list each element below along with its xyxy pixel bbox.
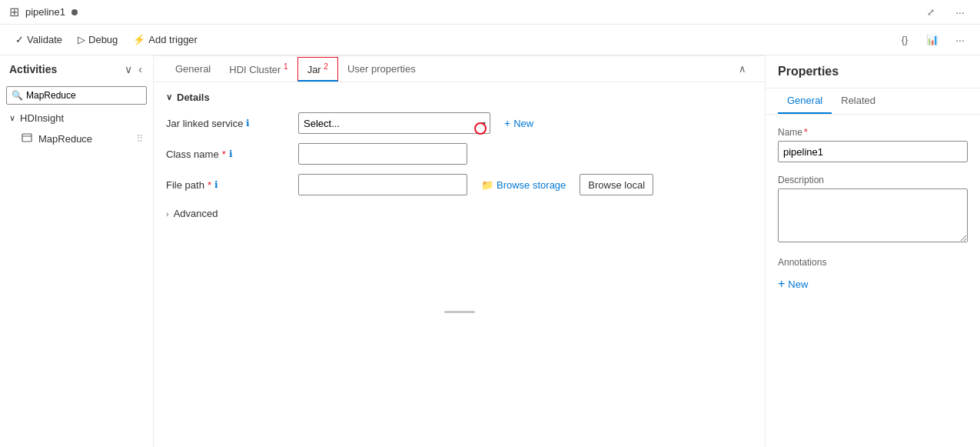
class-name-info-icon[interactable]: ℹ	[229, 148, 233, 159]
tab-general[interactable]: General	[166, 57, 220, 81]
properties-tabs: General Related	[766, 88, 980, 115]
code-view-button[interactable]: {}	[894, 29, 915, 51]
sidebar-header: Activities ∨ ‹	[0, 55, 153, 83]
add-trigger-button[interactable]: ⚡ Add trigger	[127, 31, 204, 48]
sidebar-title: Activities	[9, 63, 57, 75]
sidebar-item-mapreduce[interactable]: MapReduce ⠿	[3, 128, 150, 149]
sidebar-header-actions: ∨ ‹	[123, 62, 144, 77]
file-path-label: File path * ℹ	[166, 179, 289, 191]
toolbar: ✓ Validate ▷ Debug ⚡ Add trigger {} 📊 ··…	[0, 25, 980, 55]
properties-title: Properties	[766, 55, 980, 88]
properties-panel: Properties General Related Name * Descri…	[765, 55, 980, 447]
tab-user-properties[interactable]: User properties	[338, 57, 425, 81]
debug-button[interactable]: ▷ Debug	[71, 31, 124, 48]
more-options-toolbar-button[interactable]: ···	[949, 29, 971, 51]
prop-tab-related[interactable]: Related	[832, 88, 885, 114]
play-icon: ▷	[78, 34, 85, 45]
file-path-input[interactable]	[298, 174, 467, 195]
search-input[interactable]	[26, 90, 141, 101]
annotations-label: Annotations	[778, 257, 968, 268]
tabs-bar: General HDI Cluster 1 Jar 2 User propert…	[154, 56, 765, 82]
toolbar-right: {} 📊 ···	[894, 29, 971, 51]
center-area: MapReduce MapReduce1 🗑	[154, 55, 765, 447]
search-icon: 🔍	[12, 90, 23, 101]
prop-description-label: Description	[778, 175, 968, 185]
sidebar-group-label: HDInsight	[20, 112, 64, 124]
unsaved-indicator	[71, 9, 78, 15]
svg-rect-0	[22, 134, 32, 142]
node-top-connector	[474, 122, 487, 135]
prop-name-label: Name *	[778, 127, 968, 138]
tab-hdi-cluster[interactable]: HDI Cluster 1	[220, 56, 297, 82]
title-bar-title: pipeline1	[25, 6, 65, 18]
validate-button[interactable]: ✓ Validate	[9, 31, 68, 48]
class-name-input[interactable]	[298, 143, 467, 165]
add-annotation-button[interactable]: + New	[778, 274, 808, 294]
chevron-right-icon: ›	[166, 209, 169, 218]
details-section: ∨ Details Jar linked service ℹ Select...	[166, 92, 752, 222]
main-layout: Activities ∨ ‹ 🔍 ∨ HDInsight	[0, 55, 980, 447]
browse-local-button[interactable]: Browse local	[580, 174, 653, 195]
sidebar-group-hdinsight: ∨ HDInsight MapReduce ⠿	[0, 108, 153, 149]
prop-tab-general[interactable]: General	[778, 88, 832, 114]
more-options-title-button[interactable]: ···	[949, 2, 971, 23]
advanced-label: Advanced	[174, 208, 218, 219]
chevron-down-icon: ∨	[9, 113, 15, 123]
jar-linked-service-info-icon[interactable]: ℹ	[246, 118, 250, 128]
file-path-row: File path * ℹ 📁 Browse storage Browse lo…	[166, 174, 752, 195]
check-icon: ✓	[15, 34, 24, 45]
collapse-sidebar-chevron-button[interactable]: ∨	[123, 62, 134, 77]
name-required-star: *	[804, 127, 808, 138]
prop-description-textarea[interactable]	[778, 188, 968, 242]
pipeline-icon: ⊞	[9, 5, 19, 19]
folder-icon: 📁	[481, 179, 493, 191]
sidebar-item-label: MapReduce	[38, 133, 92, 145]
browse-storage-button[interactable]: 📁 Browse storage	[477, 176, 570, 194]
sidebar-search-container: 🔍	[6, 86, 147, 105]
title-bar-left: ⊞ pipeline1	[9, 5, 78, 19]
annotations-section: Annotations + New	[778, 257, 968, 294]
tab-content-jar: ∨ Details Jar linked service ℹ Select...	[154, 82, 765, 232]
collapse-sidebar-button[interactable]: ‹	[137, 62, 144, 77]
class-name-row: Class name * ℹ	[166, 143, 752, 165]
bottom-panel: General HDI Cluster 1 Jar 2 User propert…	[154, 55, 765, 244]
mapreduce-icon	[22, 132, 32, 145]
jar-linked-service-label: Jar linked service ℹ	[166, 118, 289, 129]
toolbar-left: ✓ Validate ▷ Debug ⚡ Add trigger	[9, 31, 204, 48]
plus-icon: +	[504, 117, 510, 129]
file-path-info-icon[interactable]: ℹ	[214, 179, 218, 190]
panel-resize-handle[interactable]	[444, 311, 475, 313]
advanced-section[interactable]: › Advanced	[166, 205, 752, 222]
details-header[interactable]: ∨ Details	[166, 92, 752, 103]
drag-handle-icon: ⠿	[136, 133, 144, 145]
jar-linked-service-row: Jar linked service ℹ Select... ▾ + New	[166, 112, 752, 134]
sidebar: Activities ∨ ‹ 🔍 ∨ HDInsight	[0, 55, 154, 447]
prop-name-input[interactable]	[778, 141, 968, 162]
class-name-label: Class name * ℹ	[166, 148, 289, 160]
properties-content: Name * Description Annotations + New	[766, 115, 980, 447]
details-chevron-icon: ∨	[166, 92, 172, 102]
plus-icon-annotation: +	[778, 277, 785, 291]
monitor-button[interactable]: 📊	[922, 29, 943, 51]
collapse-panel-button[interactable]: ∧	[733, 60, 752, 78]
details-label: Details	[177, 92, 210, 103]
tab-jar[interactable]: Jar 2	[297, 57, 338, 82]
title-bar: ⊞ pipeline1 ⤢ ···	[0, 0, 980, 25]
title-bar-right: ⤢ ···	[920, 2, 971, 23]
jar-linked-service-select[interactable]: Select...	[298, 112, 490, 134]
sidebar-group-header[interactable]: ∨ HDInsight	[3, 108, 150, 128]
expand-window-button[interactable]: ⤢	[920, 2, 942, 23]
lightning-icon: ⚡	[133, 34, 145, 45]
jar-linked-service-new-button[interactable]: + New	[500, 114, 538, 132]
jar-linked-service-select-wrapper: Select... ▾	[298, 112, 490, 134]
